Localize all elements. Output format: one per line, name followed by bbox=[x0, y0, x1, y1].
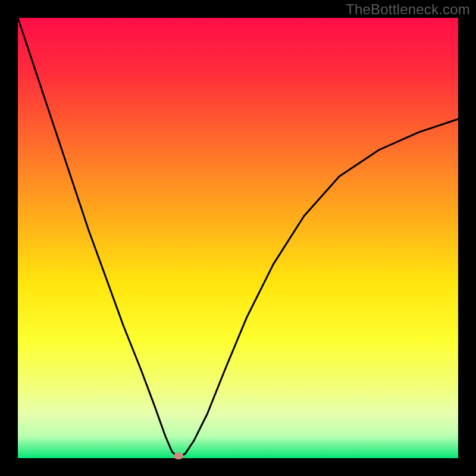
chart-plot-area bbox=[18, 18, 458, 458]
minimum-marker bbox=[174, 452, 183, 459]
chart-root: TheBottleneck.com bbox=[0, 0, 476, 476]
watermark-text: TheBottleneck.com bbox=[346, 1, 470, 18]
bottleneck-chart bbox=[0, 0, 476, 476]
